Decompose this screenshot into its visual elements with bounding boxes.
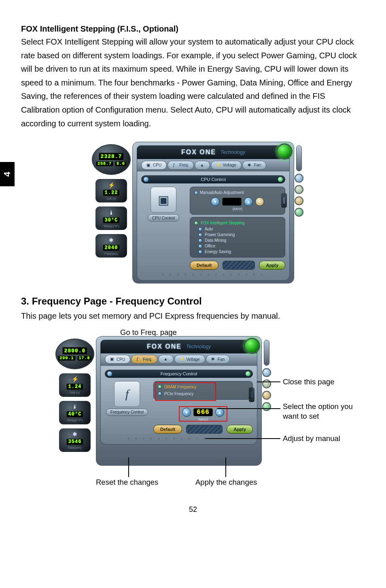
tab-fan[interactable]: ✱Fan	[242, 161, 266, 170]
help-window-button[interactable]	[262, 402, 271, 411]
tab-voltage-label: Voltage	[186, 357, 199, 362]
gauge-column: 2328.7 258.7 9.0 ⚡ 1.22 Volt (v) 🌡 30°C …	[92, 142, 131, 258]
temperature-label: Temp(c°/f°)	[103, 224, 119, 228]
cpu-speed-gauge: 2328.7 258.7 9.0	[92, 144, 131, 175]
temperature-gauge: 🌡 40°C Temp(c°/f°)	[59, 401, 91, 424]
radio-icon	[198, 244, 202, 248]
radio-icon[interactable]	[194, 221, 198, 225]
temperature-gauge: 🌡 30°C Temp(c°/f°)	[95, 207, 127, 230]
callout-close: Close this page	[283, 377, 335, 386]
screenshot-frequency-control: 2800.0 200.1 17.0 ⚡ 1.24 Volt (v) 🌡 40°C…	[55, 336, 262, 466]
tab-freq-label: Freq.	[143, 357, 152, 362]
minimize-window-button[interactable]	[295, 185, 303, 194]
apply-button[interactable]: Apply	[259, 261, 285, 270]
window-control-rail	[294, 145, 304, 217]
manual-mhz-value[interactable]	[222, 198, 242, 206]
leader-line	[205, 438, 280, 439]
fis-heading: FOX Intelligent Stepping (F.I.S., Option…	[21, 24, 365, 34]
fis-panel-title: FOX Intelligent Stepping	[201, 221, 244, 225]
close-page-button[interactable]	[245, 371, 251, 377]
manual-adjust-panel: Manual/Auto Adjustment ▾ ▴ ⟲ (MHz)	[190, 187, 285, 215]
power-orb-icon[interactable]	[244, 338, 260, 354]
fis-option-data-mining[interactable]: Data Mining	[198, 238, 281, 243]
content-title: CPU Control	[201, 177, 226, 182]
fis-option-auto[interactable]: Auto	[198, 227, 281, 231]
left-block-label: Frequency Control	[106, 409, 148, 416]
config-window-button[interactable]	[262, 391, 271, 400]
minimize-window-button[interactable]	[262, 379, 271, 388]
tab-fan[interactable]: ✱Fan	[206, 355, 230, 364]
bolt-icon: ⚡	[71, 375, 78, 383]
left-info-block: ▣ CPU Control	[141, 187, 186, 270]
window-control-rail	[261, 340, 272, 411]
callout-apply: Apply the changes	[195, 478, 257, 487]
fis-body-text: Select FOX Intelligent Stepping will all…	[21, 35, 365, 130]
radio-icon	[198, 239, 202, 243]
callout-adjust-manual: Adjust by manual	[283, 434, 340, 443]
screenshot-cpu-control: 2328.7 258.7 9.0 ⚡ 1.22 Volt (v) 🌡 30°C …	[92, 142, 294, 283]
default-button[interactable]: Default	[190, 261, 218, 270]
freq-icon: ƒ	[173, 163, 178, 168]
multiplier-readout: 9.0	[115, 161, 127, 166]
power-orb-icon[interactable]	[276, 143, 293, 160]
gauge-column: 2800.0 200.1 17.0 ⚡ 1.24 Volt (v) 🌡 40°C…	[55, 336, 94, 452]
close-window-button[interactable]	[262, 368, 271, 377]
header-dot-left-icon	[143, 177, 149, 182]
tab-fan-label: Fan	[218, 357, 225, 362]
header-dot-right-icon[interactable]	[278, 177, 283, 182]
thermometer-icon: 🌡	[71, 403, 78, 410]
default-button[interactable]: Default	[153, 425, 182, 434]
temperature-label: Temp(c°/f°)	[67, 418, 83, 422]
tab-voltage[interactable]: ⚡Voltage	[174, 355, 205, 364]
cpu-speed-gauge: 2800.0 200.1 17.0	[55, 339, 94, 369]
section-3-heading: 3. Frequency Page - Frequency Control	[21, 296, 365, 307]
tab-freq[interactable]: ƒFreq.	[131, 355, 157, 364]
freq-large-icon: f	[114, 381, 140, 407]
unit-label: (MHz)	[194, 207, 281, 211]
app-logo: FOX ONE Technology	[181, 149, 245, 156]
fan-label: Fan(rpm)	[105, 252, 118, 256]
tab-freq[interactable]: ƒFreq.	[168, 161, 194, 170]
temperature-readout: 40°C	[66, 411, 84, 418]
logo-tech: Technology	[221, 149, 245, 155]
fis-option-office[interactable]: Office	[198, 244, 281, 248]
radio-icon	[198, 227, 202, 231]
chip-icon: ▣	[146, 163, 151, 168]
fis-option-energy-saving[interactable]: Energy Saving	[198, 249, 281, 254]
close-window-button[interactable]	[295, 174, 303, 183]
leader-line	[217, 408, 280, 409]
increment-button[interactable]: ▴	[244, 197, 253, 206]
tab-limit[interactable]: ▲	[195, 161, 210, 170]
thermometer-icon: 🌡	[108, 209, 115, 216]
reset-spin-button[interactable]: ⟲	[255, 197, 264, 206]
fan-gauge: ✱ 3546 Fan(rpm)	[59, 428, 91, 452]
voltage-readout: 1.24	[66, 383, 84, 390]
fan-readout: 3546	[66, 439, 84, 445]
fis-option-power-gaming[interactable]: Power Gamming	[198, 232, 281, 237]
tab-cpu[interactable]: ▣CPU	[105, 355, 130, 364]
tab-cpu[interactable]: ▣CPU	[141, 161, 167, 170]
content-frame: Scan Frequency Control f Frequency Contr…	[100, 366, 257, 445]
main-panel: FOX ONE Technology ▣CPU ƒFreq. ▲ ⚡Voltag…	[132, 142, 294, 283]
cpu-large-icon: ▣	[151, 187, 176, 213]
chip-icon: ▣	[110, 357, 115, 362]
footer-dots-icon: • • • • • • • • • • • • • •	[141, 271, 285, 278]
scan-toggle[interactable]: Scan	[281, 193, 287, 208]
tab-voltage[interactable]: ⚡Voltage	[211, 161, 241, 170]
fsb-readout: 200.1	[58, 356, 75, 361]
help-window-button[interactable]	[295, 208, 303, 217]
logo-tech: Technology	[186, 344, 211, 349]
figure-frequency-control-wrap: Go to Freq. page 2800.0 200.1 17.0 ⚡ 1.2…	[27, 329, 359, 491]
voltage-label: Volt (v)	[70, 391, 80, 394]
radio-icon[interactable]	[194, 191, 198, 195]
decrement-button[interactable]: ▾	[211, 197, 220, 206]
bolt-icon: ⚡	[108, 181, 115, 189]
config-window-button[interactable]	[295, 196, 303, 205]
tab-limit[interactable]: ▲	[158, 355, 174, 364]
tab-row: ▣CPU ƒFreq. ▲ ⚡Voltage ✱Fan	[137, 159, 290, 171]
tab-cpu-label: CPU	[117, 357, 125, 362]
rail-strip-icon	[296, 145, 302, 171]
fan-readout: 2040	[103, 245, 120, 251]
apply-button[interactable]: Apply	[227, 425, 253, 434]
voltage-icon: ⚡	[216, 163, 221, 168]
